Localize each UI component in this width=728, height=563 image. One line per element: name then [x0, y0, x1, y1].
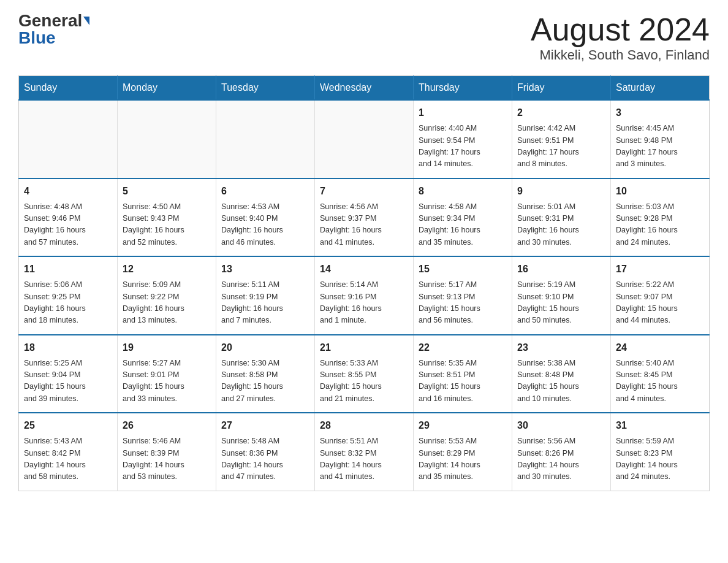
- calendar-cell: 11Sunrise: 5:06 AM Sunset: 9:25 PM Dayli…: [19, 256, 118, 335]
- day-number: 15: [419, 262, 507, 277]
- calendar-cell: 29Sunrise: 5:53 AM Sunset: 8:29 PM Dayli…: [414, 413, 512, 491]
- day-info: Sunrise: 5:43 AM Sunset: 8:42 PM Dayligh…: [24, 435, 112, 483]
- calendar-cell: 26Sunrise: 5:46 AM Sunset: 8:39 PM Dayli…: [118, 413, 216, 491]
- logo: General Blue: [18, 12, 89, 47]
- calendar-cell: 13Sunrise: 5:11 AM Sunset: 9:19 PM Dayli…: [216, 256, 315, 335]
- weekday-header-thursday: Thursday: [414, 76, 512, 101]
- day-info: Sunrise: 5:53 AM Sunset: 8:29 PM Dayligh…: [419, 435, 507, 483]
- day-info: Sunrise: 5:35 AM Sunset: 8:51 PM Dayligh…: [419, 358, 507, 405]
- day-info: Sunrise: 5:46 AM Sunset: 8:39 PM Dayligh…: [123, 435, 211, 483]
- calendar-cell: 16Sunrise: 5:19 AM Sunset: 9:10 PM Dayli…: [512, 256, 611, 335]
- day-info: Sunrise: 5:56 AM Sunset: 8:26 PM Dayligh…: [517, 435, 605, 483]
- day-number: 2: [517, 105, 605, 120]
- day-info: Sunrise: 4:45 AM Sunset: 9:48 PM Dayligh…: [616, 123, 704, 170]
- day-number: 18: [24, 340, 112, 355]
- calendar-cell: 9Sunrise: 5:01 AM Sunset: 9:31 PM Daylig…: [512, 178, 611, 257]
- calendar-cell: 24Sunrise: 5:40 AM Sunset: 8:45 PM Dayli…: [611, 335, 710, 413]
- calendar-cell: 3Sunrise: 4:45 AM Sunset: 9:48 PM Daylig…: [611, 100, 710, 178]
- day-number: 24: [616, 340, 704, 355]
- day-number: 16: [517, 262, 605, 277]
- calendar-cell: 2Sunrise: 4:42 AM Sunset: 9:51 PM Daylig…: [512, 100, 611, 178]
- calendar-cell: [315, 100, 414, 178]
- day-number: 5: [123, 184, 211, 199]
- calendar-cell: [19, 100, 118, 178]
- calendar-cell: 20Sunrise: 5:30 AM Sunset: 8:58 PM Dayli…: [216, 335, 315, 413]
- day-number: 21: [320, 340, 408, 355]
- calendar-cell: 30Sunrise: 5:56 AM Sunset: 8:26 PM Dayli…: [512, 413, 611, 491]
- weekday-header-friday: Friday: [512, 76, 611, 101]
- day-number: 23: [517, 340, 605, 355]
- day-number: 25: [24, 418, 112, 433]
- title-block: August 2024 Mikkeli, South Savo, Finland: [531, 12, 710, 63]
- calendar-cell: [216, 100, 315, 178]
- calendar-cell: 12Sunrise: 5:09 AM Sunset: 9:22 PM Dayli…: [118, 256, 216, 335]
- day-info: Sunrise: 4:56 AM Sunset: 9:37 PM Dayligh…: [320, 201, 408, 249]
- calendar-cell: 5Sunrise: 4:50 AM Sunset: 9:43 PM Daylig…: [118, 178, 216, 257]
- day-number: 7: [320, 184, 408, 199]
- calendar-cell: 6Sunrise: 4:53 AM Sunset: 9:40 PM Daylig…: [216, 178, 315, 257]
- day-info: Sunrise: 5:30 AM Sunset: 8:58 PM Dayligh…: [221, 358, 309, 405]
- day-number: 29: [419, 418, 507, 433]
- day-info: Sunrise: 5:25 AM Sunset: 9:04 PM Dayligh…: [24, 358, 112, 405]
- day-info: Sunrise: 4:42 AM Sunset: 9:51 PM Dayligh…: [517, 123, 605, 170]
- day-info: Sunrise: 5:17 AM Sunset: 9:13 PM Dayligh…: [419, 279, 507, 327]
- weekday-header-monday: Monday: [118, 76, 216, 101]
- calendar-cell: 14Sunrise: 5:14 AM Sunset: 9:16 PM Dayli…: [315, 256, 414, 335]
- day-number: 19: [123, 340, 211, 355]
- calendar-cell: 31Sunrise: 5:59 AM Sunset: 8:23 PM Dayli…: [611, 413, 710, 491]
- day-number: 13: [221, 262, 309, 277]
- calendar-header-row: SundayMondayTuesdayWednesdayThursdayFrid…: [19, 76, 710, 101]
- calendar-week-row: 25Sunrise: 5:43 AM Sunset: 8:42 PM Dayli…: [19, 413, 710, 491]
- day-number: 10: [616, 184, 704, 199]
- calendar-cell: 17Sunrise: 5:22 AM Sunset: 9:07 PM Dayli…: [611, 256, 710, 335]
- weekday-header-sunday: Sunday: [19, 76, 118, 101]
- calendar-cell: 7Sunrise: 4:56 AM Sunset: 9:37 PM Daylig…: [315, 178, 414, 257]
- logo-triangle-icon: [83, 17, 89, 25]
- day-number: 31: [616, 418, 704, 433]
- calendar-week-row: 1Sunrise: 4:40 AM Sunset: 9:54 PM Daylig…: [19, 100, 710, 178]
- day-number: 22: [419, 340, 507, 355]
- calendar-cell: 21Sunrise: 5:33 AM Sunset: 8:55 PM Dayli…: [315, 335, 414, 413]
- day-info: Sunrise: 5:06 AM Sunset: 9:25 PM Dayligh…: [24, 279, 112, 327]
- calendar-cell: 27Sunrise: 5:48 AM Sunset: 8:36 PM Dayli…: [216, 413, 315, 491]
- calendar-week-row: 11Sunrise: 5:06 AM Sunset: 9:25 PM Dayli…: [19, 256, 710, 335]
- day-info: Sunrise: 5:40 AM Sunset: 8:45 PM Dayligh…: [616, 358, 704, 405]
- day-info: Sunrise: 5:11 AM Sunset: 9:19 PM Dayligh…: [221, 279, 309, 327]
- day-info: Sunrise: 4:48 AM Sunset: 9:46 PM Dayligh…: [24, 201, 112, 249]
- weekday-header-tuesday: Tuesday: [216, 76, 315, 101]
- day-info: Sunrise: 4:53 AM Sunset: 9:40 PM Dayligh…: [221, 201, 309, 249]
- day-info: Sunrise: 4:58 AM Sunset: 9:34 PM Dayligh…: [419, 201, 507, 249]
- calendar-cell: 4Sunrise: 4:48 AM Sunset: 9:46 PM Daylig…: [19, 178, 118, 257]
- day-info: Sunrise: 5:59 AM Sunset: 8:23 PM Dayligh…: [616, 435, 704, 483]
- calendar-table: SundayMondayTuesdayWednesdayThursdayFrid…: [18, 75, 710, 491]
- page-header: General Blue August 2024 Mikkeli, South …: [18, 12, 710, 63]
- calendar-cell: 10Sunrise: 5:03 AM Sunset: 9:28 PM Dayli…: [611, 178, 710, 257]
- day-number: 4: [24, 184, 112, 199]
- day-info: Sunrise: 5:22 AM Sunset: 9:07 PM Dayligh…: [616, 279, 704, 327]
- day-number: 30: [517, 418, 605, 433]
- calendar-cell: 1Sunrise: 4:40 AM Sunset: 9:54 PM Daylig…: [414, 100, 512, 178]
- day-number: 20: [221, 340, 309, 355]
- day-number: 12: [123, 262, 211, 277]
- day-number: 26: [123, 418, 211, 433]
- calendar-cell: 19Sunrise: 5:27 AM Sunset: 9:01 PM Dayli…: [118, 335, 216, 413]
- logo-general-text: General: [18, 12, 82, 29]
- month-title: August 2024: [531, 12, 710, 47]
- location-subtitle: Mikkeli, South Savo, Finland: [531, 47, 710, 63]
- day-number: 1: [419, 105, 507, 120]
- calendar-cell: 22Sunrise: 5:35 AM Sunset: 8:51 PM Dayli…: [414, 335, 512, 413]
- calendar-week-row: 4Sunrise: 4:48 AM Sunset: 9:46 PM Daylig…: [19, 178, 710, 257]
- calendar-cell: 28Sunrise: 5:51 AM Sunset: 8:32 PM Dayli…: [315, 413, 414, 491]
- day-number: 9: [517, 184, 605, 199]
- day-number: 3: [616, 105, 704, 120]
- weekday-header-saturday: Saturday: [611, 76, 710, 101]
- calendar-cell: [118, 100, 216, 178]
- day-info: Sunrise: 5:14 AM Sunset: 9:16 PM Dayligh…: [320, 279, 408, 327]
- day-info: Sunrise: 4:50 AM Sunset: 9:43 PM Dayligh…: [123, 201, 211, 249]
- logo-blue-text: Blue: [18, 29, 56, 47]
- day-number: 17: [616, 262, 704, 277]
- day-info: Sunrise: 5:38 AM Sunset: 8:48 PM Dayligh…: [517, 358, 605, 405]
- calendar-week-row: 18Sunrise: 5:25 AM Sunset: 9:04 PM Dayli…: [19, 335, 710, 413]
- day-number: 8: [419, 184, 507, 199]
- day-number: 6: [221, 184, 309, 199]
